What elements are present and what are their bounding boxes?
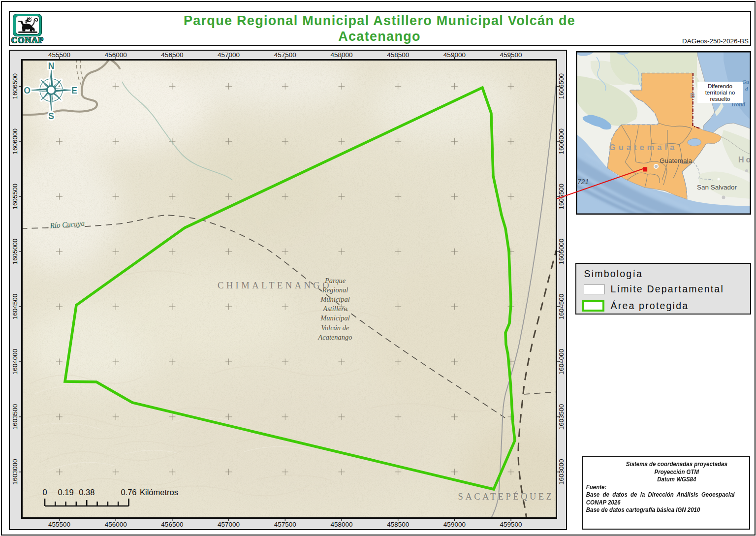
svg-text:SACATEPÉQUEZ: SACATEPÉQUEZ [458, 491, 554, 502]
svg-text:Kilómetros: Kilómetros [140, 488, 178, 497]
svg-text:1604500: 1604500 [558, 294, 565, 320]
svg-text:E: E [71, 86, 77, 95]
svg-text:1605500: 1605500 [11, 184, 19, 210]
svg-text:territorial no: territorial no [705, 90, 735, 95]
svg-text:Gu: Gu [742, 79, 749, 85]
svg-text:459000: 459000 [443, 51, 466, 59]
svg-text:B: B [690, 92, 695, 99]
svg-text:458500: 458500 [387, 521, 409, 528]
svg-text:Diferendo: Diferendo [708, 83, 732, 89]
svg-text:456500: 456500 [161, 521, 183, 528]
svg-text:Astillero: Astillero [322, 305, 347, 313]
svg-text:457000: 457000 [218, 51, 240, 59]
svg-text:Municipal: Municipal [320, 314, 350, 322]
svg-text:O: O [24, 86, 31, 95]
svg-text:1605000: 1605000 [558, 239, 565, 265]
svg-text:1606000: 1606000 [558, 128, 565, 155]
svg-text:459500: 459500 [500, 521, 522, 528]
svg-text:N: N [48, 61, 55, 71]
svg-text:1606500: 1606500 [558, 73, 565, 99]
svg-text:Guatemala: Guatemala [660, 157, 693, 164]
svg-text:459000: 459000 [443, 521, 466, 528]
svg-text:S: S [48, 111, 54, 121]
svg-text:1606500: 1606500 [11, 73, 19, 99]
svg-text:1605000: 1605000 [11, 239, 19, 265]
svg-text:0: 0 [42, 488, 47, 497]
svg-text:1606000: 1606000 [11, 128, 19, 155]
svg-text:resuelto: resuelto [710, 96, 730, 102]
svg-text:721: 721 [577, 178, 589, 186]
svg-text:458500: 458500 [387, 51, 409, 59]
svg-text:CHIMALTENANGO: CHIMALTENANGO [218, 281, 332, 290]
svg-text:1603500: 1603500 [558, 404, 565, 430]
svg-text:Acatenango: Acatenango [317, 333, 352, 341]
svg-text:Regional: Regional [322, 286, 348, 294]
svg-text:1604500: 1604500 [11, 294, 19, 320]
svg-text:Municipal: Municipal [320, 295, 350, 303]
svg-text:458000: 458000 [330, 51, 352, 59]
svg-text:0.38: 0.38 [79, 488, 94, 497]
svg-text:458000: 458000 [330, 521, 352, 528]
svg-text:455500: 455500 [48, 51, 70, 59]
svg-text:Guatemala: Guatemala [609, 143, 677, 152]
svg-text:Volcán de: Volcán de [321, 324, 349, 332]
svg-text:d: d [745, 86, 748, 92]
svg-text:1603500: 1603500 [11, 404, 19, 430]
svg-text:456500: 456500 [161, 51, 183, 59]
svg-text:0.76: 0.76 [121, 488, 136, 497]
svg-text:457500: 457500 [274, 51, 296, 59]
svg-text:456000: 456000 [105, 51, 127, 59]
svg-text:Ho: Ho [738, 156, 751, 164]
svg-text:1605500: 1605500 [558, 184, 565, 210]
svg-text:1604000: 1604000 [11, 349, 19, 375]
svg-text:457500: 457500 [274, 521, 296, 528]
svg-text:459500: 459500 [500, 51, 522, 59]
svg-text:San Salvador: San Salvador [697, 184, 737, 191]
svg-text:0.19: 0.19 [58, 488, 74, 497]
svg-text:457000: 457000 [218, 521, 240, 528]
svg-text:1604000: 1604000 [558, 349, 565, 375]
svg-text:455500: 455500 [48, 521, 70, 528]
svg-text:456000: 456000 [105, 521, 127, 528]
svg-text:1603000: 1603000 [558, 459, 565, 485]
svg-text:Parque: Parque [324, 277, 346, 284]
svg-text:1603000: 1603000 [11, 459, 19, 485]
svg-text:CONAP: CONAP [11, 35, 44, 45]
